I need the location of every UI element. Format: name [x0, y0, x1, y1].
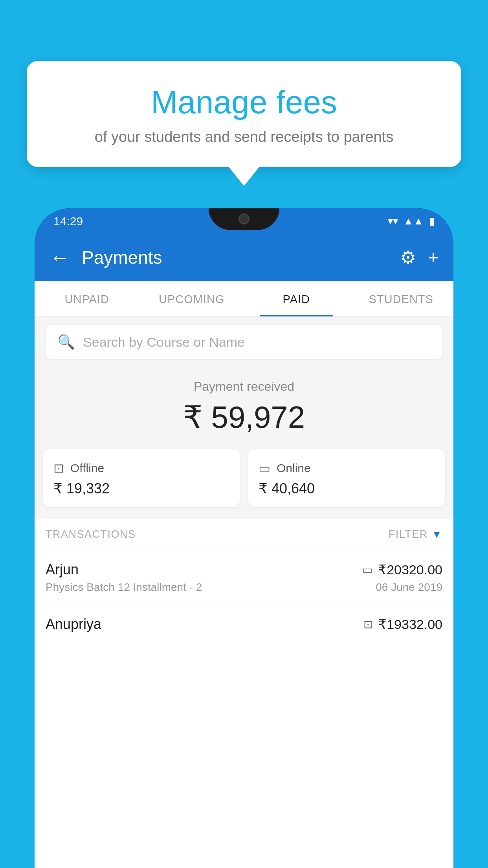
transaction-mode-icon: ⊡: [363, 618, 372, 631]
filter-text: FILTER: [389, 528, 428, 541]
app-bar-title: Payments: [82, 247, 388, 268]
payment-received-section: Payment received ₹ 59,972: [35, 368, 453, 449]
online-card-header: ▭ Online: [259, 461, 435, 476]
online-icon: ▭: [259, 461, 270, 476]
online-label: Online: [277, 462, 311, 475]
camera: [238, 213, 250, 224]
transaction-amount: ₹20320.00: [378, 562, 442, 577]
battery-icon: ▮: [429, 215, 435, 227]
signal-icon: ▲▲: [404, 215, 424, 227]
search-icon: 🔍: [57, 334, 75, 350]
phone-notch: [209, 208, 279, 230]
transaction-mode-icon: ▭: [362, 563, 372, 576]
transaction-amount: ₹19332.00: [378, 616, 442, 632]
wifi-icon: ▾▾: [388, 215, 398, 227]
tab-unpaid[interactable]: UNPAID: [35, 281, 139, 316]
search-input[interactable]: Search by Course or Name: [83, 335, 245, 350]
transaction-name: Arjun: [46, 561, 79, 578]
payment-cards: ⊡ Offline ₹ 19,332 ▭ Online ₹ 40,640: [35, 449, 453, 519]
transaction-name: Anupriya: [46, 616, 101, 633]
transaction-bottom: Physics Batch 12 Installment - 2 06 June…: [46, 581, 442, 594]
transaction-top: Anupriya ⊡ ₹19332.00: [46, 616, 442, 633]
transaction-row[interactable]: Arjun ▭ ₹20320.00 Physics Batch 12 Insta…: [35, 550, 453, 605]
tab-upcoming[interactable]: UPCOMING: [139, 281, 244, 316]
offline-amount: ₹ 19,332: [53, 480, 229, 497]
offline-label: Offline: [70, 462, 104, 475]
app-bar: ← Payments ⚙ +: [35, 234, 453, 281]
transaction-date: 06 June 2019: [376, 581, 442, 594]
transaction-amount-wrap: ⊡ ₹19332.00: [363, 616, 442, 632]
tab-paid[interactable]: PAID: [244, 281, 349, 316]
filter-icon: ▼: [432, 528, 442, 541]
payment-received-label: Payment received: [46, 379, 442, 394]
speech-bubble-card: Manage fees of your students and send re…: [27, 61, 461, 167]
app-bar-actions: ⚙ +: [400, 247, 438, 268]
transaction-desc: Physics Batch 12 Installment - 2: [46, 581, 202, 594]
offline-icon: ⊡: [53, 461, 64, 476]
status-icons: ▾▾ ▲▲ ▮: [388, 215, 435, 227]
online-amount: ₹ 40,640: [259, 480, 435, 497]
add-icon[interactable]: +: [428, 247, 438, 268]
app-content: ← Payments ⚙ + UNPAID UPCOMING PAID STUD…: [35, 234, 453, 868]
speech-bubble-title: Manage fees: [46, 85, 442, 120]
search-bar[interactable]: 🔍 Search by Course or Name: [46, 325, 442, 359]
payment-received-amount: ₹ 59,972: [46, 399, 442, 435]
status-time: 14:29: [53, 215, 83, 228]
offline-card-header: ⊡ Offline: [53, 461, 229, 476]
transaction-top: Arjun ▭ ₹20320.00: [46, 561, 442, 578]
online-card: ▭ Online ₹ 40,640: [248, 449, 445, 507]
transactions-label: TRANSACTIONS: [46, 528, 136, 541]
transaction-row[interactable]: Anupriya ⊡ ₹19332.00: [35, 605, 453, 647]
phone-frame: 14:29 ▾▾ ▲▲ ▮ ← Payments ⚙ + UNPAID UPCO…: [35, 208, 453, 868]
tabs: UNPAID UPCOMING PAID STUDENTS: [35, 281, 453, 316]
settings-icon[interactable]: ⚙: [400, 247, 416, 268]
transaction-amount-wrap: ▭ ₹20320.00: [362, 562, 442, 577]
filter-button[interactable]: FILTER ▼: [389, 528, 442, 541]
offline-card: ⊡ Offline ₹ 19,332: [43, 449, 240, 507]
search-container: 🔍 Search by Course or Name: [35, 316, 453, 368]
back-button[interactable]: ←: [50, 246, 70, 269]
speech-bubble-subtitle: of your students and send receipts to pa…: [46, 129, 442, 145]
tab-students[interactable]: STUDENTS: [349, 281, 454, 316]
transactions-header: TRANSACTIONS FILTER ▼: [35, 519, 453, 550]
